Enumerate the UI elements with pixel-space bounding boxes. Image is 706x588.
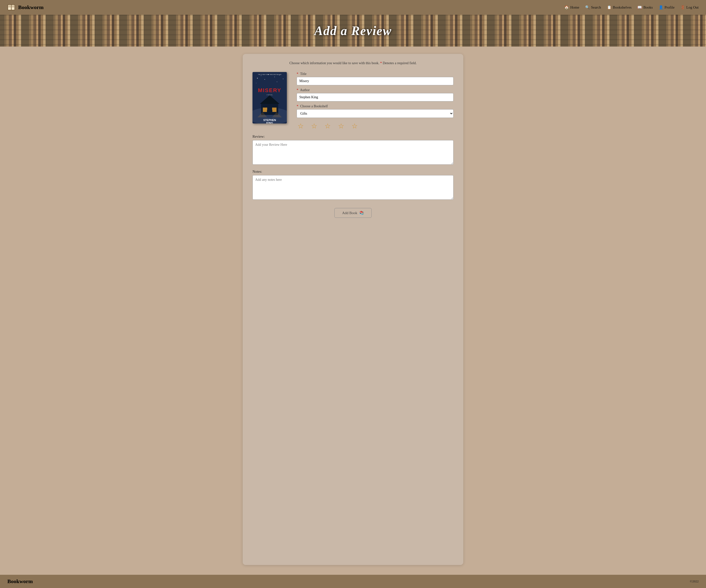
svg-point-22 bbox=[274, 77, 275, 77]
book-cover: THE #1 NEW YORK TIMES BESTSELLER MISERY … bbox=[252, 72, 287, 124]
svg-point-25 bbox=[256, 83, 257, 83]
svg-text:KING: KING bbox=[266, 122, 273, 124]
author-field-group: * Author bbox=[297, 88, 454, 101]
title-label: * Title bbox=[297, 72, 454, 76]
bookshelf-label: * Choose a Bookshelf bbox=[297, 104, 454, 108]
svg-rect-1 bbox=[11, 5, 15, 10]
profile-icon: 👤 bbox=[659, 5, 663, 9]
svg-text:A NOVEL: A NOVEL bbox=[267, 94, 273, 95]
review-label: Review: bbox=[252, 134, 454, 139]
svg-text:THE #1 NEW YORK TIMES BESTSELL: THE #1 NEW YORK TIMES BESTSELLER bbox=[258, 74, 281, 75]
navbar: Bookworm 🏠 Home 🔍 Search 📋 Bookshelves 📖… bbox=[0, 0, 706, 15]
search-icon: 🔍 bbox=[585, 5, 590, 9]
footer: Bookworm ©2022 bbox=[0, 575, 706, 588]
star-5[interactable]: ☆ bbox=[352, 123, 358, 130]
book-cover-svg: THE #1 NEW YORK TIMES BESTSELLER MISERY … bbox=[252, 72, 287, 124]
form-fields: * Title * Author * Choose a Bookshel bbox=[297, 72, 454, 130]
form-card: Choose which information you would like … bbox=[243, 54, 463, 565]
svg-rect-15 bbox=[267, 110, 272, 115]
notes-section: Notes: bbox=[252, 170, 454, 201]
nav-home[interactable]: 🏠 Home bbox=[564, 5, 579, 9]
books-icon: 📖 bbox=[637, 5, 642, 9]
footer-copyright: ©2022 bbox=[690, 579, 699, 583]
svg-text:MISERY: MISERY bbox=[258, 87, 281, 93]
svg-rect-14 bbox=[272, 108, 276, 112]
add-book-button[interactable]: Add Book 📚 bbox=[335, 208, 371, 218]
add-book-icon: 📚 bbox=[359, 211, 364, 215]
rating-stars: ☆ ☆ ☆ ☆ ☆ bbox=[297, 123, 454, 130]
svg-rect-13 bbox=[263, 108, 267, 112]
book-cover-area: THE #1 NEW YORK TIMES BESTSELLER MISERY … bbox=[252, 72, 287, 124]
notes-label: Notes: bbox=[252, 170, 454, 174]
logout-icon: 🚪 bbox=[680, 5, 685, 9]
page-title: Add a Review bbox=[314, 24, 392, 38]
nav-books[interactable]: 📖 Books bbox=[637, 5, 653, 9]
svg-point-20 bbox=[265, 79, 265, 80]
add-book-label: Add Book bbox=[342, 211, 357, 215]
star-4[interactable]: ☆ bbox=[338, 123, 344, 130]
bookshelf-select[interactable]: Gifts To Read Currently Reading Finished bbox=[297, 109, 454, 118]
star-3[interactable]: ☆ bbox=[324, 123, 331, 130]
review-section: Review: bbox=[252, 134, 454, 166]
review-textarea[interactable] bbox=[252, 140, 454, 165]
info-text: Choose which information you would like … bbox=[252, 61, 454, 65]
svg-point-19 bbox=[261, 76, 261, 76]
home-icon: 🏠 bbox=[564, 5, 569, 9]
brand-name: Bookworm bbox=[18, 4, 44, 10]
brand-logo[interactable]: Bookworm bbox=[7, 4, 44, 11]
svg-rect-0 bbox=[8, 5, 11, 10]
nav-logout[interactable]: 🚪 Log Out bbox=[680, 5, 699, 9]
notes-textarea[interactable] bbox=[252, 175, 454, 200]
required-star-note: * bbox=[380, 61, 382, 65]
bookshelf-field-group: * Choose a Bookshelf Gifts To Read Curre… bbox=[297, 104, 454, 118]
svg-point-26 bbox=[277, 82, 277, 82]
star-2[interactable]: ☆ bbox=[311, 123, 317, 130]
author-input[interactable] bbox=[297, 93, 454, 101]
add-book-btn-row: Add Book 📚 bbox=[252, 208, 454, 218]
title-field-group: * Title bbox=[297, 72, 454, 85]
hero-banner: Add a Review bbox=[0, 15, 706, 47]
svg-point-24 bbox=[283, 79, 283, 79]
nav-search[interactable]: 🔍 Search bbox=[585, 5, 601, 9]
star-1[interactable]: ☆ bbox=[298, 123, 304, 130]
svg-point-18 bbox=[257, 78, 258, 79]
main-content: Choose which information you would like … bbox=[0, 47, 706, 575]
footer-brand: Bookworm bbox=[7, 578, 33, 585]
title-input[interactable] bbox=[297, 77, 454, 85]
author-label: * Author bbox=[297, 88, 454, 92]
nav-profile[interactable]: 👤 Profile bbox=[659, 5, 675, 9]
nav-bookshelves[interactable]: 📋 Bookshelves bbox=[607, 5, 632, 9]
book-icon bbox=[7, 4, 16, 11]
svg-text:STEPHEN: STEPHEN bbox=[263, 119, 276, 122]
nav-links: 🏠 Home 🔍 Search 📋 Bookshelves 📖 Books bbox=[564, 5, 699, 9]
bookshelves-icon: 📋 bbox=[607, 5, 612, 9]
book-form-row: THE #1 NEW YORK TIMES BESTSELLER MISERY … bbox=[252, 72, 454, 130]
